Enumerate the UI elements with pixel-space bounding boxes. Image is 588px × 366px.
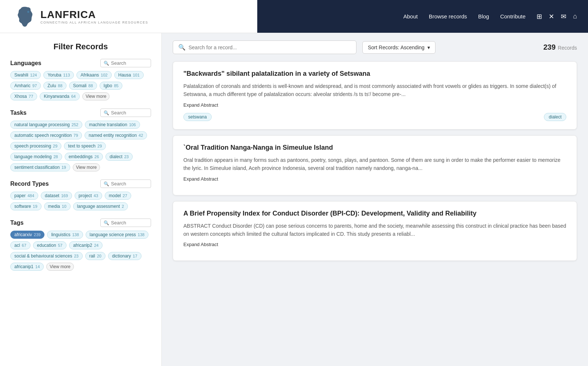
record-tag-left[interactable]: setswana <box>183 113 212 121</box>
task-sp[interactable]: speech processing 29 <box>10 142 61 150</box>
record-abstract: Palatalization of coronals and stridents… <box>183 82 566 99</box>
record-types-search-input[interactable] <box>111 181 148 186</box>
lang-kinyarwanda[interactable]: Kinyarwanda 64 <box>40 92 80 100</box>
tag-social-behavioural[interactable]: social & behavioural sciences 23 <box>10 252 83 260</box>
record-count-number: 239 <box>543 43 555 51</box>
tags-search-input[interactable] <box>111 220 148 225</box>
sidebar-title: Filter Records <box>10 42 151 51</box>
github-icon[interactable]: ⌂ <box>573 13 577 20</box>
task-emb[interactable]: embeddings 26 <box>65 153 103 161</box>
sort-label: Sort Records: Ascending <box>368 45 424 50</box>
lang-yoruba[interactable]: Yoruba 113 <box>43 71 74 79</box>
languages-label: Languages <box>10 60 41 67</box>
lang-hausa[interactable]: Hausa 101 <box>114 71 144 79</box>
task-lm[interactable]: language modeling 28 <box>10 153 62 161</box>
svg-point-0 <box>27 11 29 13</box>
tasks-search-input[interactable] <box>111 110 148 116</box>
type-media[interactable]: media 10 <box>44 202 71 210</box>
type-software[interactable]: software 19 <box>10 202 42 210</box>
tag-africanip1[interactable]: africanip1 14 <box>10 263 44 271</box>
tasks-header: Tasks 🔍 <box>10 109 151 117</box>
tags-search-icon: 🔍 <box>104 220 109 225</box>
languages-section: Languages 🔍 Swahili 124 Yoruba 113 Afrik… <box>10 59 151 100</box>
task-tts[interactable]: text to speech 29 <box>64 142 106 150</box>
record-title: `Oral Tradition Nanga-Nanga in Simeulue … <box>183 144 566 152</box>
nav-browse-records[interactable]: Browse records <box>429 13 467 19</box>
tag-language-science-press[interactable]: language science press 138 <box>86 231 148 239</box>
type-lang-assessment[interactable]: language assessment 2 <box>73 202 128 210</box>
logo-subtitle: CONNECTING ALL AFRICAN LANGUAGE RESOURCE… <box>40 21 148 24</box>
tag-acl[interactable]: acl 67 <box>10 241 31 249</box>
nav-contribute[interactable]: Contribute <box>500 13 526 19</box>
task-nlp[interactable]: natural language processing 252 <box>10 121 82 129</box>
tag-africarxiv[interactable]: africarxiv 239 <box>10 231 44 239</box>
tag-education[interactable]: education 57 <box>33 241 67 249</box>
task-dialect[interactable]: dialect 23 <box>105 153 133 161</box>
languages-view-more[interactable]: View more <box>82 92 110 100</box>
logo-area: LANFRICA CONNECTING ALL AFRICAN LANGUAGE… <box>15 6 148 28</box>
type-paper[interactable]: paper 484 <box>10 192 38 200</box>
record-card: A Brief Propensity Index for Conduct Dis… <box>173 201 577 261</box>
nav-about[interactable]: About <box>403 13 417 19</box>
record-tags: setswana dialect <box>183 113 566 121</box>
record-types-search-box[interactable]: 🔍 <box>100 180 151 188</box>
tags-section: Tags 🔍 africarxiv 239 linguistics 138 la… <box>10 218 151 271</box>
record-search-icon: 🔍 <box>178 44 186 51</box>
tag-dictionary[interactable]: dictionary 17 <box>108 252 141 260</box>
tasks-search-box[interactable]: 🔍 <box>100 109 151 117</box>
languages-search-input[interactable] <box>111 60 148 66</box>
record-types-label: Record Types <box>10 181 49 187</box>
tags-tags: africarxiv 239 linguistics 138 language … <box>10 231 151 271</box>
type-project[interactable]: project 43 <box>75 192 102 200</box>
task-ner[interactable]: named entity recognition 42 <box>85 131 147 139</box>
tasks-view-more[interactable]: View more <box>73 163 100 171</box>
lang-somali[interactable]: Somali 88 <box>69 82 97 90</box>
record-count-label: Records <box>558 45 577 51</box>
tag-linguistics[interactable]: linguistics 138 <box>47 231 83 239</box>
record-tag-right[interactable]: dialect <box>544 113 566 121</box>
lang-swahili[interactable]: Swahili 124 <box>10 71 41 79</box>
task-sc[interactable]: sentiment classification 19 <box>10 163 70 171</box>
main-nav: About Browse records Blog Contribute ⊞ ✕… <box>257 0 588 33</box>
record-title: A Brief Propensity Index for Conduct Dis… <box>183 210 566 217</box>
lang-zulu[interactable]: Zulu 88 <box>43 82 67 90</box>
record-search-input[interactable] <box>189 45 351 50</box>
expand-abstract-button[interactable]: Expand Abstract <box>183 242 566 247</box>
twitter-icon[interactable]: ✕ <box>549 13 554 21</box>
content-area: 🔍 Sort Records: Ascending ▾ 239 Records … <box>162 33 588 366</box>
tag-rail[interactable]: rail 20 <box>85 252 105 260</box>
task-mt[interactable]: machine translation 106 <box>85 121 140 129</box>
record-count: 239 Records <box>543 43 577 51</box>
tags-header: Tags 🔍 <box>10 218 151 227</box>
logo-title: LANFRICA <box>40 9 148 21</box>
tags-label: Tags <box>10 220 24 226</box>
chevron-down-icon: ▾ <box>427 45 430 50</box>
tag-africanlp2[interactable]: africanlp2 24 <box>69 241 103 249</box>
languages-search-icon: 🔍 <box>104 61 109 66</box>
expand-abstract-button[interactable]: Expand Abstract <box>183 176 566 182</box>
tags-view-more[interactable]: View more <box>46 263 74 271</box>
languages-search-box[interactable]: 🔍 <box>100 59 151 67</box>
expand-abstract-button[interactable]: Expand Abstract <box>183 102 566 108</box>
tasks-search-icon: 🔍 <box>104 110 109 116</box>
record-types-section: Record Types 🔍 paper 484 dataset 169 pro… <box>10 180 151 210</box>
record-card: "Backwards" sibilant palatalization in a… <box>173 61 577 129</box>
record-abstract: ABSTRACT Conduct Disorder (CD) can pose … <box>183 222 566 238</box>
task-asr[interactable]: automatic speech recognition 79 <box>10 131 82 139</box>
lang-afrikaans[interactable]: Afrikaans 102 <box>76 71 111 79</box>
content-toolbar: 🔍 Sort Records: Ascending ▾ 239 Records <box>173 40 577 54</box>
record-search-bar[interactable]: 🔍 <box>173 40 356 54</box>
record-abstract: Oral tradition appears in many forms suc… <box>183 156 566 173</box>
record-types-header: Record Types 🔍 <box>10 180 151 188</box>
sort-dropdown[interactable]: Sort Records: Ascending ▾ <box>362 41 435 54</box>
lang-xhosa[interactable]: Xhosa 77 <box>10 92 37 100</box>
tasks-section: Tasks 🔍 natural language processing 252 … <box>10 109 151 171</box>
nav-blog[interactable]: Blog <box>478 13 489 19</box>
lang-igbo[interactable]: Igbo 85 <box>100 82 123 90</box>
email-icon[interactable]: ✉ <box>561 13 566 21</box>
type-dataset[interactable]: dataset 169 <box>41 192 72 200</box>
lang-amharic[interactable]: Amharic 97 <box>10 82 41 90</box>
type-model[interactable]: model 27 <box>105 192 131 200</box>
tags-search-box[interactable]: 🔍 <box>100 218 151 227</box>
slack-icon[interactable]: ⊞ <box>537 13 542 21</box>
